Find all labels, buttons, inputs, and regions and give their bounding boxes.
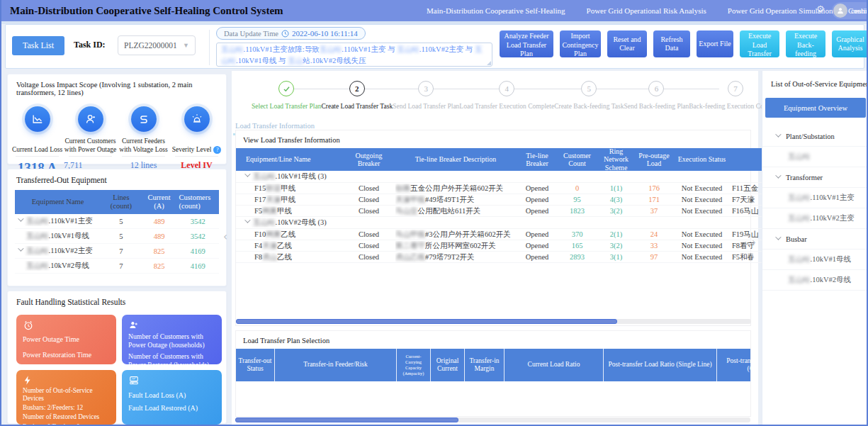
col-current: Current (A) [142, 194, 177, 211]
top-header-bar: Main-Distribution Cooperative Self-Heali… [1, 0, 868, 21]
meter-icon [128, 375, 140, 386]
task-list-button[interactable]: Task List [12, 36, 64, 55]
expand-right-panel-arrow[interactable]: › [752, 236, 756, 249]
label-customers-outage: Number of Customers with Power Outage (h… [128, 332, 215, 349]
label-fault-load-loss: Fault Load Loss (A) [128, 391, 215, 400]
fault-text: .10kV#1母线 与 [236, 57, 288, 65]
feeder-icon [131, 106, 157, 132]
execute-backfeeding-button[interactable]: Execute Back-feeding [786, 30, 825, 57]
step-5[interactable]: 5 Create Back-feeding Task [554, 81, 624, 110]
app-title: Main-Distribution Cooperative Self-Heali… [1, 5, 283, 17]
graphical-analysis-button[interactable]: Graphical Analysis [832, 30, 868, 57]
tree-item-substation[interactable]: 五山站 [762, 147, 868, 167]
table-header: Equipment Name Lines (count) Current (A)… [15, 190, 219, 214]
table-row[interactable]: 五山站.110kV#2主变 7 825 4169 [15, 244, 219, 259]
help-icon[interactable]: ? [213, 146, 221, 154]
execute-load-transfer-button[interactable]: Execute Load Transfer [740, 30, 779, 57]
label-fault-load-restored: Fault Load Restored (A) [128, 404, 215, 413]
clock-icon [281, 30, 289, 38]
view-load-transfer-box: View Load Transfer Information Equipment… [235, 130, 751, 326]
label-customers-restored: Number of Customers with Power Restored … [128, 352, 215, 369]
user-menu[interactable]: ceshi [832, 2, 868, 19]
voltage-loss-impact-card: Voltage Loss Impact Scope (Involving 1 s… [7, 74, 227, 164]
tree-item-busbar-2[interactable]: 五山站.10kV#2母线 [762, 270, 868, 291]
stepper: Select Load Transfer Plan 2 Create Load … [252, 81, 748, 118]
task-id-select[interactable]: PLZG22000001 ▼ [118, 35, 196, 55]
collapse-left-panel-arrow[interactable]: ‹ [223, 230, 227, 243]
gear-icon[interactable]: ⚙ [816, 4, 825, 15]
transferred-out-table: Equipment Name Lines (count) Current (A)… [15, 190, 219, 274]
tree-item-transformer-1[interactable]: 五山站.110kV#1主变 [762, 188, 868, 208]
blurred-station-name: 五山站 [397, 45, 419, 53]
fault-text: .110kV#1主变故障:导致 [244, 45, 320, 53]
customer-icon [78, 106, 103, 132]
table-row[interactable]: F8虎山乙线 Closed 虎山乙线#79塔79T2开关 Opened 2893… [236, 252, 764, 263]
table-row[interactable]: 五山站.10kV#1母线 5 489 3542 [15, 229, 219, 244]
table-row[interactable]: F5网夏甲线 Closed 马山交公用配电站611开关 Opened 1823 … [236, 206, 764, 217]
stat-label: Severity Level? [172, 138, 222, 154]
import-contingency-button[interactable]: Import Contingency Plan [560, 30, 601, 57]
col-lines: Lines (count) [101, 194, 142, 211]
table-row[interactable]: F15联谊甲线 Closed 创惠五金公用户外开关箱602开关 Opened 0… [236, 183, 764, 194]
data-update-label: Data Update Time [224, 30, 278, 38]
step-4[interactable]: 4 Load Transfer Execution Complete [459, 81, 554, 110]
value-restored-devices: Busbars: 0/Feeders: 0 [23, 423, 110, 426]
main-table-hscrollbar[interactable] [236, 319, 751, 324]
task-id-label: Task ID: [74, 40, 106, 50]
toolbar-divider [209, 30, 210, 65]
plan-table-header: Transfer-out Status Transfer-in Feeder/R… [236, 349, 750, 381]
fault-load-card: Fault Load Loss (A) Fault Load Restored … [122, 370, 222, 425]
tree-group-transformer[interactable]: Transformer [762, 167, 868, 188]
col-customers: Customers (count) [176, 194, 219, 211]
severity-alarm-icon [184, 106, 210, 132]
fault-text: .110kV#1主变 与 [342, 45, 397, 53]
analyze-feeder-plan-button[interactable]: Analyze Feeder Load Transfer Plan [500, 30, 553, 57]
avatar [833, 4, 847, 18]
right-panel-title: List of Out-of-Service Equipment [762, 71, 868, 88]
customers-outage-card: Number of Customers with Power Outage (h… [122, 315, 222, 364]
top-navigation: Main-Distribution Cooperative Self-Heali… [427, 0, 868, 21]
nav-risk-analysis[interactable]: Power Grid Operational Risk Analysis [587, 6, 706, 15]
step-1[interactable]: Select Load Transfer Plan [252, 81, 321, 110]
table-row[interactable]: 五山站.110kV#1主变 5 489 3542 [15, 214, 219, 229]
transferred-out-title: Transferred-Out Equipment [8, 169, 226, 187]
export-file-button[interactable]: Export File [697, 30, 733, 57]
table-row[interactable]: 五山站.10kV#2母线 7 825 4169 [15, 259, 219, 274]
step-check-icon [278, 81, 294, 96]
customers-icon [128, 320, 140, 331]
fault-stats-title: Fault Handling Statistical Results [8, 291, 226, 309]
tree-group-busbar[interactable]: Busbar [762, 229, 868, 250]
out-of-service-panel: List of Out-of-Service Equipment Equipme… [762, 71, 868, 426]
step-6[interactable]: 6 Send Back-feeding Plan [624, 81, 689, 110]
tree-item-transformer-2[interactable]: 五山站.110kV#2主变 [762, 208, 868, 229]
refresh-data-button[interactable]: Refresh Data [653, 30, 690, 57]
step-3[interactable]: 3 Send Load Transfer Plan [393, 81, 459, 110]
plan-table-hscrollbar[interactable] [235, 417, 750, 422]
blurred-station-name: 五山站 [221, 45, 244, 53]
data-update-time: 2022-06-10 16:11:14 [292, 29, 358, 38]
out-of-service-devices-card: Number of Out-of-Service Devices Busbars… [16, 370, 116, 425]
chevron-down-icon [775, 234, 781, 240]
data-update-pill: Data Update Time 2022-06-10 16:11:14 [216, 27, 366, 40]
action-buttons: Analyze Feeder Load Transfer Plan Import… [500, 30, 868, 57]
center-panel: Select Load Transfer Plan 2 Create Load … [232, 71, 758, 426]
group-row-bus2[interactable]: 五山站.10kV#2母线 (3) [236, 217, 764, 229]
impact-title: Voltage Loss Impact Scope (Involving 1 s… [8, 74, 226, 99]
tree-group-substation[interactable]: Plant/Substation [762, 126, 868, 147]
group-row-bus1[interactable]: 五山站.10kV#1母线 (3) [236, 171, 764, 183]
nav-self-healing[interactable]: Main-Distribution Cooperative Self-Heali… [427, 6, 565, 15]
chevron-down-icon [775, 131, 781, 137]
blurred-station-name: 五山 [288, 57, 303, 65]
label-power-outage-time: Power Outage Time [23, 335, 110, 344]
table-row[interactable]: F17天濠甲线 Closed 天濠甲线#49塔49T1开关 Opened 95 … [236, 194, 764, 206]
table-row[interactable]: F10网夏乙线 Closed 马山甲线#3公用户外开关箱602开关 Opened… [236, 229, 764, 240]
label-restored-devices: Number of Restored Devices [23, 413, 110, 421]
tree-item-busbar-1[interactable]: 五山站.10kV#1母线 [762, 250, 868, 270]
table-row[interactable]: F4天濠乙线 Closed 第二看守所公用环网室602开关 Opened 165… [236, 240, 764, 252]
step-2[interactable]: 2 Create Load Transfer Task [321, 81, 393, 110]
toolbar: Task List Task ID: PLZG22000001 ▼ Data U… [5, 24, 864, 69]
fault-description-field[interactable]: 五山站.110kV#1主变故障:导致五山站.110kV#1主变 与 五山站.11… [216, 43, 492, 67]
equipment-overview-button[interactable]: Equipment Overview [765, 98, 866, 118]
task-id-value: PLZG22000001 [124, 41, 177, 50]
reset-clear-button[interactable]: Reset and Clear [607, 30, 647, 57]
